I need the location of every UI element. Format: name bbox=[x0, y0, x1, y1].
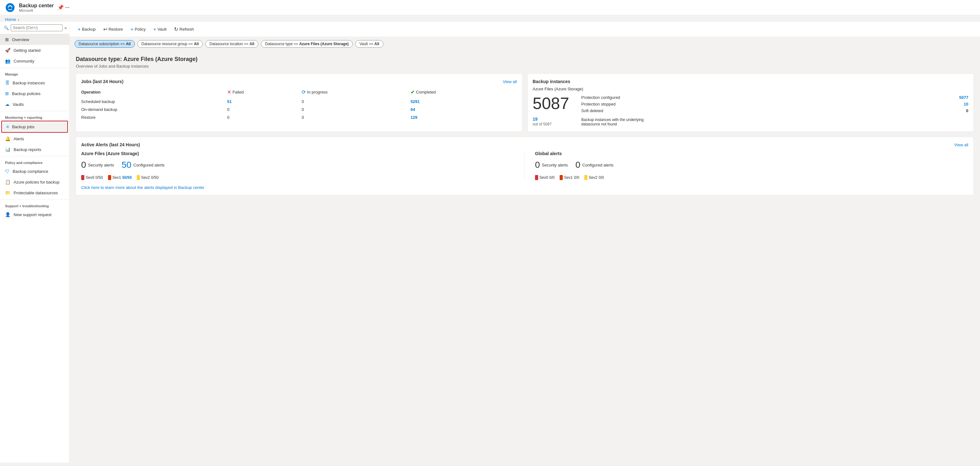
azure-security-count-group: 0 Security alerts bbox=[81, 160, 114, 170]
sidebar-item-alerts[interactable]: 🔔 Alerts bbox=[0, 133, 69, 144]
sev1-dot-azure bbox=[108, 175, 111, 180]
alerts-azure-title: Azure Files (Azure Storage) bbox=[81, 151, 514, 156]
sidebar-item-vaults[interactable]: ☁ Vaults bbox=[0, 99, 69, 110]
filter-resource-group[interactable]: Datasource resource group == All bbox=[137, 40, 203, 48]
filter-location[interactable]: Datasource location == All bbox=[205, 40, 258, 48]
backup-instances-icon: 🗄 bbox=[5, 80, 10, 85]
sidebar-item-community[interactable]: 👥 Community bbox=[0, 56, 69, 66]
filter-vault[interactable]: Vault == All bbox=[355, 40, 383, 48]
row-completed-1[interactable]: 5291 bbox=[410, 97, 517, 105]
sidebar-item-overview[interactable]: ⊞ Overview bbox=[0, 34, 69, 45]
alerts-card-header: Active Alerts (last 24 Hours) View all bbox=[81, 142, 968, 147]
azure-security-count: 0 bbox=[81, 160, 86, 170]
restore-button[interactable]: ↩ Restore bbox=[100, 24, 126, 34]
sidebar-item-backup-compliance[interactable]: 🛡 Backup compliance bbox=[0, 166, 69, 177]
breadcrumb: Home › bbox=[0, 15, 980, 22]
row-completed-2[interactable]: 64 bbox=[410, 105, 517, 113]
jobs-card: Jobs (last 24 Hours) View all Operation … bbox=[76, 73, 522, 132]
breadcrumb-home[interactable]: Home bbox=[5, 17, 16, 22]
app-subtitle: Microsoft bbox=[19, 8, 54, 12]
alerts-divider bbox=[525, 151, 525, 180]
sidebar-item-backup-jobs[interactable]: ≡ Backup jobs bbox=[1, 121, 68, 133]
global-sev-row: Sev0 0/0 Sev1 0/0 Sev2 0/0 bbox=[535, 175, 968, 180]
global-sev2: Sev2 0/0 bbox=[584, 175, 604, 180]
azure-sev0: Sev0 0/50 bbox=[81, 175, 103, 180]
more-options-button[interactable]: ··· bbox=[65, 5, 69, 10]
refresh-label: Refresh bbox=[180, 27, 194, 32]
pin-button[interactable]: 📌 bbox=[57, 5, 64, 10]
section-monitoring: Monitoring + reporting bbox=[0, 112, 69, 121]
row-failed-1[interactable]: 51 bbox=[227, 97, 302, 105]
stat-value-1[interactable]: 5077 bbox=[959, 95, 968, 100]
instances-underlying: 19 out of 5087 bbox=[533, 116, 574, 126]
refresh-button[interactable]: ↻ Refresh bbox=[171, 24, 197, 34]
filter-datasource-type[interactable]: Datasource type == Azure Files (Azure St… bbox=[261, 40, 353, 48]
alerts-global-title: Global alerts bbox=[535, 151, 968, 156]
page-title: Datasource type: Azure Files (Azure Stor… bbox=[76, 56, 974, 62]
stat-label-2: Protection stopped bbox=[581, 102, 616, 107]
sev1-value-azure[interactable]: 50/50 bbox=[122, 176, 132, 180]
global-sev1: Sev1 0/0 bbox=[560, 175, 579, 180]
sidebar-label-backup-instances: Backup instances bbox=[13, 81, 45, 85]
alerts-global-summary: 0 Security alerts 0 Configured alerts bbox=[535, 160, 968, 170]
row-operation-3: Restore bbox=[81, 113, 227, 121]
vaults-icon: ☁ bbox=[5, 102, 10, 107]
azure-sev2: Sev2 0/50 bbox=[137, 175, 159, 180]
big-number: 5087 bbox=[533, 95, 574, 112]
sidebar-item-backup-reports[interactable]: 📊 Backup reports bbox=[0, 144, 69, 155]
backup-label: Backup bbox=[82, 27, 95, 32]
vault-plus-icon: + bbox=[153, 27, 156, 32]
alerts-icon: 🔔 bbox=[5, 136, 10, 141]
alerts-azure-summary: 0 Security alerts 50 Configured alerts bbox=[81, 160, 514, 170]
table-row: On-demand backup 0 0 64 bbox=[81, 105, 517, 113]
global-configured-count: 0 bbox=[576, 160, 581, 170]
jobs-card-header: Jobs (last 24 Hours) View all bbox=[81, 79, 517, 84]
sidebar-label-alerts: Alerts bbox=[14, 136, 24, 141]
global-configured-label: Configured alerts bbox=[582, 163, 614, 168]
alerts-sections: Azure Files (Azure Storage) 0 Security a… bbox=[81, 151, 968, 180]
jobs-card-title: Jobs (last 24 Hours) bbox=[81, 79, 124, 84]
row-completed-3[interactable]: 129 bbox=[410, 113, 517, 121]
vault-label: Vault bbox=[158, 27, 167, 32]
breadcrumb-separator: › bbox=[18, 17, 19, 22]
collapse-sidebar-button[interactable]: « bbox=[64, 25, 67, 30]
sidebar-label-new-support: New support request bbox=[14, 212, 51, 217]
community-icon: 👥 bbox=[5, 59, 10, 64]
refresh-icon: ↻ bbox=[174, 26, 178, 32]
sidebar-label-backup-compliance: Backup compliance bbox=[13, 169, 48, 174]
underlying-number[interactable]: 19 bbox=[533, 116, 538, 121]
alerts-view-all-link[interactable]: View all bbox=[954, 142, 968, 147]
sev1-label-global: Sev1 bbox=[564, 176, 573, 180]
jobs-view-all-link[interactable]: View all bbox=[503, 79, 517, 84]
learn-more-link[interactable]: Click here to learn more about the alert… bbox=[81, 185, 968, 190]
stat-value-2[interactable]: 10 bbox=[964, 102, 968, 107]
out-of-text: out of 5087 bbox=[533, 122, 552, 126]
backup-button[interactable]: + Backup bbox=[75, 25, 99, 34]
sidebar-item-backup-instances[interactable]: 🗄 Backup instances bbox=[0, 77, 69, 88]
row-operation-1: Scheduled backup bbox=[81, 97, 227, 105]
sidebar-item-new-support[interactable]: 👤 New support request bbox=[0, 209, 69, 220]
sidebar-item-azure-policies[interactable]: 📋 Azure policies for backup bbox=[0, 177, 69, 187]
sidebar-label-vaults: Vaults bbox=[13, 102, 24, 107]
filter-datasource-subscription[interactable]: Datasource subscription == All bbox=[75, 40, 135, 48]
sidebar-item-backup-policies[interactable]: ⊞ Backup policies bbox=[0, 88, 69, 99]
toolbar: + Backup ↩ Restore + Policy + Vault ↻ Re… bbox=[70, 22, 980, 37]
search-input[interactable] bbox=[11, 24, 62, 31]
in-progress-icon: ⟳ bbox=[302, 89, 306, 95]
sidebar-item-getting-started[interactable]: 🚀 Getting started bbox=[0, 45, 69, 56]
global-configured-count-group: 0 Configured alerts bbox=[576, 160, 614, 170]
section-support: Support + troubleshooting bbox=[0, 201, 69, 209]
global-security-count: 0 bbox=[535, 160, 540, 170]
azure-configured-count: 50 bbox=[122, 160, 131, 170]
policy-button[interactable]: + Policy bbox=[127, 25, 149, 34]
global-security-count-group: 0 Security alerts bbox=[535, 160, 568, 170]
sev2-label-global: Sev2 bbox=[589, 176, 597, 180]
sev1-dot-global bbox=[560, 175, 563, 180]
vault-button[interactable]: + Vault bbox=[150, 25, 170, 34]
jobs-col-operation: Operation bbox=[81, 88, 227, 97]
azure-configured-count-group: 50 Configured alerts bbox=[122, 160, 165, 170]
row-inprogress-2: 0 bbox=[302, 105, 410, 113]
sidebar-item-protectable[interactable]: 📁 Protectable datasources bbox=[0, 187, 69, 198]
stat-label-1: Protection configured bbox=[581, 95, 620, 100]
sidebar-label-protectable: Protectable datasources bbox=[14, 190, 58, 195]
